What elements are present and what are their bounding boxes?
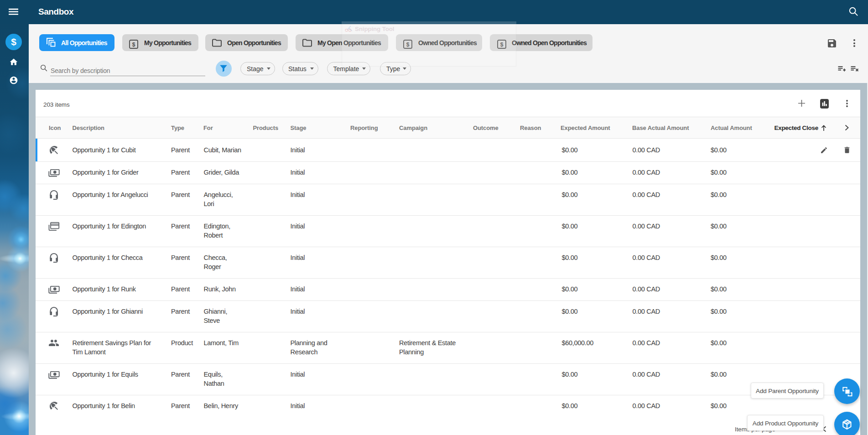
svg-text:$: $ xyxy=(132,41,135,48)
